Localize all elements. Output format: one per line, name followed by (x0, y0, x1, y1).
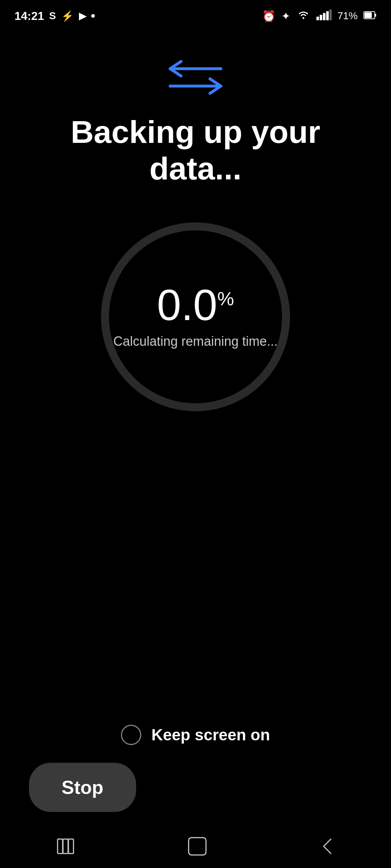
progress-text-wrap: 0.0% Calculating remaining time... (113, 283, 278, 350)
status-time: 14:21 (14, 9, 44, 23)
signal-icon (316, 9, 332, 23)
wifi-icon: + (296, 9, 311, 23)
transfer-arrows-icon (163, 58, 228, 98)
progress-percent: 0.0% (157, 283, 234, 327)
svg-rect-15 (63, 839, 68, 854)
svg-rect-5 (326, 11, 329, 20)
svg-rect-4 (323, 13, 325, 20)
svg-rect-8 (375, 14, 376, 17)
svg-rect-9 (365, 12, 372, 18)
svg-rect-3 (320, 15, 322, 20)
svg-point-0 (302, 17, 304, 19)
progress-unit: % (217, 288, 234, 309)
svg-rect-6 (329, 9, 332, 20)
transfer-icon-wrap (163, 58, 228, 99)
keep-screen-row[interactable]: Keep screen on (121, 725, 270, 745)
battery-icon (363, 10, 377, 22)
keep-screen-label: Keep screen on (151, 726, 270, 744)
alarm-icon: ⏰ (262, 10, 276, 22)
progress-subtext: Calculating remaining time... (113, 332, 278, 350)
stop-button[interactable]: Stop (29, 763, 136, 812)
nav-recent-button[interactable] (56, 837, 75, 855)
battery-percent: 71% (337, 10, 358, 22)
status-time-and-icons: 14:21 S ⚡ ▶ (14, 9, 95, 23)
backup-title: Backing up your data... (0, 114, 391, 187)
status-s-icon: S (49, 10, 56, 22)
keep-screen-checkbox[interactable] (121, 725, 141, 745)
progress-value: 0.0 (157, 281, 217, 329)
svg-text:+: + (306, 11, 308, 15)
nav-home-button[interactable] (187, 836, 207, 856)
status-bar: 14:21 S ⚡ ▶ ⏰ ✦ + 71% (0, 0, 391, 29)
svg-rect-17 (189, 838, 206, 855)
nav-bar (0, 825, 391, 868)
nav-back-button[interactable] (319, 836, 335, 856)
main-content: Backing up your data... 0.0% Calculating… (0, 29, 391, 461)
status-usb-icon: ⚡ (61, 10, 74, 22)
svg-rect-2 (316, 17, 319, 20)
status-notification-dot (91, 14, 95, 18)
bluetooth-icon: ✦ (281, 10, 290, 22)
status-right-icons: ⏰ ✦ + 71% (262, 9, 377, 23)
status-youtube-icon: ▶ (79, 10, 86, 22)
svg-rect-16 (68, 839, 73, 854)
progress-circle-container: 0.0% Calculating remaining time... (94, 216, 297, 418)
svg-rect-14 (58, 839, 63, 854)
